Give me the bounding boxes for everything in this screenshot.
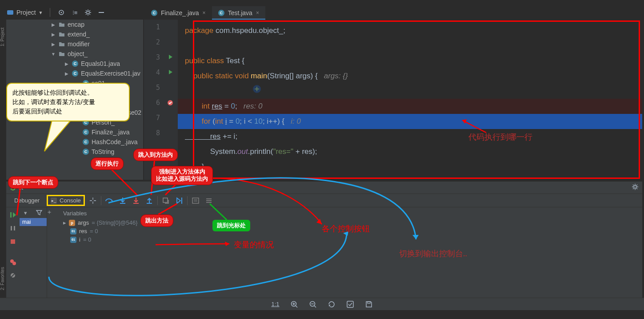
debugger-tab[interactable]: Debugger — [10, 195, 44, 206]
scroll-from-source-icon[interactable] — [57, 8, 65, 16]
tree-item[interactable]: ▶CEqualsExercise01.jav — [6, 69, 143, 78]
chevron-icon[interactable]: ▶ — [64, 71, 69, 76]
annotation-ctrl-buttons: 各个控制按钮 — [322, 223, 370, 234]
java-class-icon: C — [83, 139, 89, 145]
project-toolbar: Project ▼ ⁝≡ — [7, 5, 105, 20]
tree-item[interactable]: ▶CEquals01.java — [6, 59, 143, 69]
pause-program-icon[interactable] — [8, 223, 18, 233]
chevron-icon[interactable] — [75, 149, 80, 154]
svg-rect-16 — [14, 226, 15, 230]
tool-window-tabs: 1: Project 2: Favorites — [0, 20, 6, 313]
tree-item-label: modifier — [68, 40, 90, 48]
checkbox-icon[interactable] — [346, 300, 354, 308]
console-icon: ▸_ — [51, 198, 57, 204]
tree-item[interactable]: ▶extend_ — [6, 29, 143, 39]
run-gutter-icon[interactable] — [168, 54, 173, 61]
chevron-icon[interactable]: ▼ — [51, 51, 56, 57]
variable-row[interactable]: 01i = 0 — [63, 235, 638, 244]
chevron-down-icon[interactable]: ▾ — [24, 210, 27, 216]
chevron-icon[interactable] — [75, 129, 80, 135]
line-number: 7 — [149, 114, 160, 122]
code-editor[interactable]: 1 2 3 4 5 6 7 8 package com.hspedu.objec… — [144, 20, 642, 180]
view-breakpoints-icon[interactable] — [8, 257, 18, 267]
console-tab[interactable]: ▸_ Console — [47, 195, 85, 206]
svg-rect-13 — [192, 198, 199, 203]
step-into-icon[interactable] — [117, 195, 128, 206]
svg-rect-12 — [181, 198, 182, 204]
java-class-icon: C — [83, 129, 89, 135]
trace-current-stream-icon[interactable] — [204, 195, 214, 206]
close-icon[interactable]: × — [203, 10, 206, 16]
tab-favorites-toolwindow[interactable]: 2: Favorites — [0, 263, 5, 294]
run-gutter-icon[interactable] — [168, 69, 173, 76]
close-icon[interactable]: × — [256, 10, 259, 16]
stop-icon[interactable] — [8, 237, 18, 246]
save-icon[interactable] — [365, 300, 373, 308]
zoom-in-icon[interactable] — [290, 300, 298, 308]
tab-project-toolwindow[interactable]: 1: Project — [0, 24, 5, 50]
tree-item[interactable]: ▼object_ — [6, 49, 143, 59]
chevron-icon[interactable]: ▶ — [51, 22, 56, 27]
stack-frame[interactable]: mai — [20, 218, 47, 226]
zoom-ratio[interactable]: 1:1 — [271, 301, 279, 307]
run-to-cursor-icon[interactable] — [174, 195, 184, 206]
folder-icon — [59, 21, 65, 28]
tree-item-label: Equals01.java — [81, 60, 120, 67]
tree-item[interactable]: CFinalize_.java — [6, 127, 143, 137]
debug-control-strip — [6, 207, 20, 298]
new-watch-icon[interactable]: ＋ — [46, 208, 52, 216]
svg-point-7 — [634, 186, 636, 188]
add-hint-icon[interactable] — [252, 85, 261, 93]
filter-icon[interactable] — [36, 210, 42, 216]
gear-icon[interactable] — [84, 8, 92, 16]
annotation-run-to-cursor: 跳到光标处 — [212, 220, 250, 231]
tree-item-label: HashCode_.java — [92, 138, 138, 145]
chevron-icon[interactable]: ▶ — [64, 61, 69, 66]
annotation-step-into: 跳入到方法内 — [133, 149, 178, 161]
debug-header: st — [6, 182, 642, 194]
expand-all-icon[interactable]: ⁝≡ — [71, 8, 79, 16]
tree-item-label: extend_ — [68, 31, 90, 38]
frames-panel[interactable]: ▾ mai — [20, 207, 47, 298]
primitive-badge-icon: 01 — [70, 237, 76, 243]
tree-item-label: ToString — [92, 148, 114, 155]
tab-finalize[interactable]: C Finalize_.java × — [145, 6, 212, 19]
chevron-icon[interactable]: ▶ — [51, 41, 56, 47]
variables-panel[interactable]: ＋ Variables ▸pargs = {String[0]@546} 01r… — [47, 207, 642, 298]
drop-frame-icon[interactable] — [160, 195, 171, 206]
step-over-icon[interactable] — [104, 195, 115, 206]
tree-item[interactable]: ▶encap — [6, 20, 143, 29]
tree-item-label: encap — [68, 21, 84, 28]
tree-item[interactable]: ▶modifier — [6, 39, 143, 49]
tree-item[interactable]: CToString — [6, 147, 143, 157]
tab-test[interactable]: C Test.java × — [212, 6, 265, 19]
editor-tabs: C Finalize_.java × C Test.java × — [145, 5, 265, 20]
resume-program-icon[interactable] — [8, 210, 18, 220]
mute-breakpoints-icon[interactable] — [8, 271, 18, 280]
frames-toolbar: ▾ — [20, 207, 47, 218]
force-step-into-icon[interactable] — [131, 195, 141, 206]
line-number: 1 — [149, 23, 160, 31]
annotation-exec-line: 代码执行到哪一行 — [468, 132, 532, 142]
java-class-icon: C — [83, 149, 89, 155]
tree-item[interactable]: CHashCode_.java — [6, 137, 143, 147]
annotation-vars-state: 变量的情况 — [234, 239, 274, 250]
line-number: 8 — [149, 129, 160, 137]
line-number: 2 — [149, 38, 160, 46]
project-view-dropdown[interactable]: Project ▼ — [7, 9, 43, 16]
hide-icon[interactable] — [97, 8, 105, 16]
zoom-out-icon[interactable] — [309, 300, 317, 308]
step-out-icon[interactable] — [144, 195, 155, 206]
folder-icon — [59, 41, 65, 47]
code-content: package com.hspedu.object_; public class… — [185, 20, 642, 186]
line-number: 5 — [149, 84, 160, 92]
refresh-icon[interactable] — [328, 300, 336, 308]
show-execution-point-icon[interactable] — [88, 195, 98, 206]
chevron-icon[interactable] — [75, 139, 80, 145]
status-bar: 1:1 — [0, 298, 644, 310]
breakpoint-verified-icon[interactable] — [167, 100, 173, 106]
gear-icon[interactable] — [632, 183, 639, 192]
svg-point-3 — [87, 11, 89, 14]
chevron-icon[interactable]: ▶ — [51, 32, 56, 37]
evaluate-expression-icon[interactable] — [190, 195, 201, 206]
